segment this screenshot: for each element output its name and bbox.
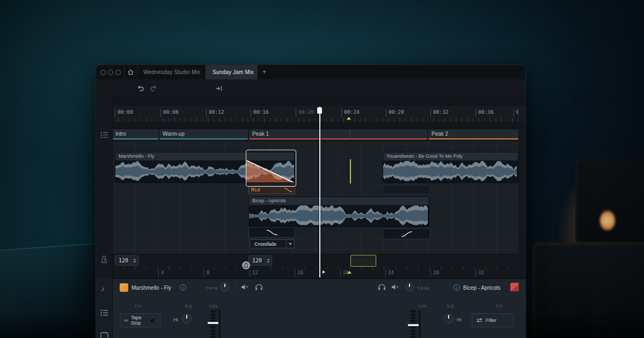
waveform — [249, 205, 429, 226]
deck-a-trim-knob[interactable] — [221, 283, 229, 291]
section-split-line — [350, 129, 350, 139]
ruler-label: 00:16 — [251, 109, 269, 117]
window-zoom-button[interactable] — [115, 70, 121, 75]
playhead-marker-icon[interactable] — [323, 270, 325, 274]
section-peak-2[interactable]: Peak 2 — [428, 129, 518, 139]
locate-playhead-icon[interactable] — [215, 85, 223, 92]
deck-b-fader-handle[interactable] — [408, 324, 419, 326]
deck-a-vol-label: VOL — [209, 304, 219, 308]
fade-curve-icon — [284, 187, 292, 193]
deck-a-title: Marshmello - Fly — [131, 285, 171, 291]
bar-label: 24 — [385, 270, 394, 277]
tempo-stepper-a[interactable]: 120 — [115, 255, 138, 266]
fade-in-curve-icon — [401, 231, 413, 238]
clip-bicep-apricots[interactable]: Bicep - Apricots — [248, 196, 429, 227]
titlebar: Wednesday Studio Mix Sunday Jam Mix + — [96, 65, 525, 80]
deck-b-hi-label: Hi — [457, 317, 462, 322]
tab-wednesday-studio-mix[interactable]: Wednesday Studio Mix — [143, 69, 200, 75]
clip-youandwean[interactable]: Youandwean - Be Good To Me Poly — [383, 152, 518, 183]
crossfade-caret-icon[interactable] — [286, 240, 294, 248]
queue-list-icon[interactable] — [100, 310, 108, 316]
deck-b-info-icon[interactable]: i — [453, 284, 460, 291]
mixer-gutter: ♪ — [96, 278, 113, 338]
clip-title: Youandwean - Be Good To Me Poly — [383, 152, 518, 160]
playhead[interactable] — [319, 107, 320, 277]
deck-b-fx-label: FX — [496, 304, 503, 308]
tempo-stepper-b[interactable]: 120 — [248, 255, 272, 266]
divider — [257, 65, 258, 79]
tape-stop-button[interactable]: Tape Stop — [120, 313, 160, 327]
spacer-row — [96, 122, 525, 129]
tape-stop-icon — [124, 318, 128, 323]
deck-a-headphones-icon[interactable] — [255, 283, 263, 291]
bar-label: 8 — [204, 270, 209, 277]
mid-eq-automation-chip[interactable]: Mid — [248, 186, 295, 194]
deck-b-trim-knob[interactable] — [405, 283, 414, 291]
bar-ruler[interactable]: 4 8 12 16 20 24 28 32 — [112, 267, 518, 278]
fade-out-overlay — [246, 160, 295, 183]
stepper-arrows[interactable] — [131, 256, 138, 265]
window-minimize-button[interactable] — [108, 70, 113, 75]
clip-marshmello-fly[interactable]: Marshmello - Fly — [115, 152, 295, 183]
deck-a-mute-icon[interactable] — [241, 284, 249, 290]
cue-marker-icon[interactable] — [347, 271, 352, 274]
metronome-icon[interactable] — [101, 255, 107, 263]
deck-b-headphones-icon[interactable] — [378, 283, 386, 291]
deck-b-trim-label: TRIM — [417, 286, 430, 291]
ruler-label: 00:36 — [475, 109, 494, 117]
tempo-marker-badge[interactable] — [242, 261, 250, 269]
deck-a-info-icon[interactable]: i — [180, 284, 186, 291]
tab-sunday-jam-mix[interactable]: Sunday Jam Mix — [206, 65, 257, 79]
section-warm-up[interactable]: Warm-up — [159, 129, 248, 139]
lane-divider — [112, 249, 518, 250]
ruler-label: 00:12 — [206, 109, 224, 117]
crossfade-dropdown[interactable]: Crossfade — [250, 239, 295, 248]
loop-region-box[interactable] — [350, 255, 376, 267]
ruler-label: 00:28 — [386, 109, 404, 117]
ruler-ticks — [112, 118, 518, 122]
bar-label: 28 — [430, 270, 439, 277]
fx-hold-badge-icon[interactable] — [149, 317, 156, 324]
mixer-panel: Marshmello - Fly i TRIM Volume Crossfade — [96, 278, 525, 338]
bar-label: 4 — [158, 270, 164, 277]
timeline-ruler[interactable]: 00:00 00:08 00:12 00:16 00:20 00:24 00:2… — [112, 106, 518, 122]
divider — [236, 284, 236, 290]
deck-a-level-meter — [218, 310, 221, 338]
library-icon[interactable] — [100, 332, 108, 338]
deck-a-fader-handle[interactable] — [208, 322, 218, 324]
fade-in-curve-box[interactable] — [383, 229, 430, 239]
bar-label: 16 — [295, 270, 303, 277]
waveform — [383, 160, 518, 182]
ruler-label: 00:32 — [430, 109, 449, 117]
section-intro[interactable]: Intro — [112, 129, 158, 139]
deck-b-level-meter — [419, 310, 421, 338]
fade-out-curve-box[interactable] — [248, 227, 295, 238]
deck-b-title: Bicep - Apricots — [463, 285, 500, 291]
deck-a-fx-label: FX — [135, 304, 141, 308]
fade-out-curve-icon — [266, 229, 278, 236]
sections-icon[interactable] — [100, 131, 108, 138]
deck-a-eq-label: EQ — [185, 304, 193, 308]
undo-icon[interactable] — [137, 85, 144, 92]
window-close-button[interactable] — [100, 70, 106, 75]
filter-button[interactable]: Filter — [472, 313, 514, 327]
deck-b-mute-icon[interactable] — [391, 284, 399, 290]
cue-line — [350, 159, 351, 183]
stepper-arrows[interactable] — [265, 256, 272, 265]
screenshot-stage: Wednesday Studio Mix Sunday Jam Mix + — [0, 0, 644, 338]
deck-b-hi-knob[interactable] — [444, 314, 453, 324]
lane-divider — [112, 239, 518, 239]
section-peak-1[interactable]: Peak 1 — [249, 129, 427, 139]
left-gutter — [96, 97, 113, 278]
fade-slot-empty[interactable] — [383, 185, 430, 194]
track-area[interactable]: Marshmello - Fly Youandwean - Be Good To… — [112, 141, 518, 254]
home-icon[interactable] — [127, 69, 134, 76]
redo-icon[interactable] — [150, 85, 157, 92]
bar-label: 12 — [250, 270, 258, 277]
new-tab-button[interactable]: + — [262, 68, 266, 76]
playhead-handle[interactable] — [317, 107, 322, 114]
clip-title: Marshmello - Fly — [115, 152, 294, 160]
music-note-icon[interactable]: ♪ — [101, 284, 105, 293]
cue-marker-icon[interactable] — [347, 117, 351, 120]
deck-a-hi-knob[interactable] — [182, 314, 192, 324]
